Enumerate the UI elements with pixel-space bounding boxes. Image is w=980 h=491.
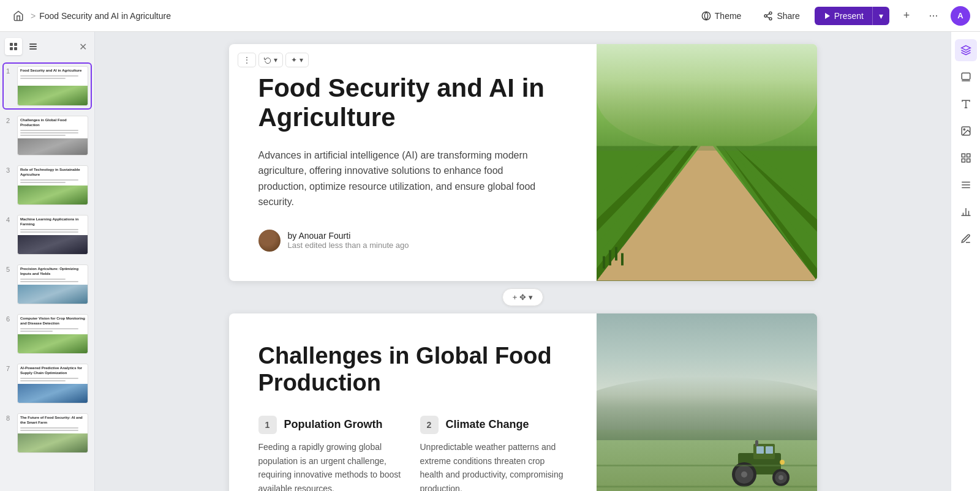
- author-name: by Anouar Fourti: [288, 231, 409, 241]
- challenge-2-desc: Unpredictable weather patterns and extre…: [420, 440, 567, 491]
- pen-panel-button[interactable]: [955, 228, 977, 250]
- slide-number-1: 1: [6, 67, 13, 75]
- slide-thumb-img-8: [18, 433, 88, 452]
- text-panel-button[interactable]: [955, 93, 977, 115]
- slide-number-6: 6: [6, 315, 13, 323]
- home-icon[interactable]: [10, 7, 27, 24]
- theme-label: Theme: [715, 11, 742, 21]
- svg-rect-11: [29, 43, 37, 45]
- share-button[interactable]: Share: [756, 7, 807, 24]
- author-avatar: [258, 230, 281, 252]
- slide-list: 1 Food Security and AI in Agriculture 2 …: [0, 61, 94, 491]
- challenge-1-title: Population Growth: [284, 416, 383, 431]
- slide-thumb-img-6: [18, 334, 88, 353]
- sidebar-slide-4[interactable]: 4 Machine Learning Applications in Farmi…: [4, 212, 91, 257]
- sidebar-slide-3[interactable]: 3 Role of Technology in Sustainable Agri…: [4, 163, 91, 208]
- slide-number-3: 3: [6, 167, 13, 174]
- slide-number-2: 2: [6, 117, 13, 124]
- content-area: ⋮ ▾ ✦ ▾ Food Security and: [95, 32, 951, 491]
- slide-thumb-4: Machine Learning Applications in Farming: [17, 215, 88, 255]
- grid-panel-button[interactable]: [955, 147, 977, 169]
- svg-rect-13: [29, 48, 37, 50]
- slide-1-author: by Anouar Fourti Last edited less than a…: [258, 230, 567, 252]
- challenges-grid: 1 Population Growth Feeding a rapidly gr…: [258, 416, 567, 491]
- slide-thumb-7: AI-Powered Predictive Analytics for Supp…: [17, 364, 88, 403]
- breadcrumb-separator: >: [31, 11, 36, 21]
- svg-rect-57: [967, 159, 970, 162]
- present-dropdown[interactable]: ▾: [872, 7, 889, 25]
- sidebar-slide-5[interactable]: 5 Precision Agriculture: Optimizing Inpu…: [4, 262, 91, 307]
- header-left: > Food Security and AI in Agriculture: [10, 7, 689, 24]
- add-button[interactable]: +: [897, 6, 916, 26]
- add-slide-move-icon: ✥: [519, 293, 526, 302]
- slide-2-title: Challenges in Global Food Production: [258, 343, 567, 396]
- svg-rect-58: [962, 159, 965, 162]
- slide-thumb-img-2: [18, 138, 88, 155]
- slide-number-4: 4: [6, 216, 13, 223]
- author-time: Last edited less than a minute ago: [288, 241, 409, 250]
- stream-panel-button[interactable]: [955, 174, 977, 196]
- slide-thumb-2: Challenges in Global Food Production: [17, 116, 88, 156]
- challenge-1-desc: Feeding a rapidly growing global populat…: [258, 440, 405, 491]
- image-panel-button[interactable]: [955, 120, 977, 142]
- undo-button[interactable]: ▾: [258, 53, 283, 67]
- sidebar-slide-2[interactable]: 2 Challenges in Global Food Production: [4, 113, 91, 158]
- svg-rect-55: [962, 154, 965, 157]
- chart-panel-button[interactable]: [955, 201, 977, 223]
- challenge-2: 2 Climate Change Unpredictable weather p…: [420, 416, 567, 491]
- sidebar-slide-8[interactable]: 8 The Future of Food Security: AI and th…: [4, 411, 91, 455]
- slide-number-5: 5: [6, 266, 13, 273]
- challenge-2-title: Climate Change: [446, 416, 529, 431]
- svg-rect-8: [14, 43, 17, 46]
- svg-rect-49: [962, 73, 970, 80]
- add-slide-button[interactable]: + ✥ ▾: [502, 288, 544, 306]
- sidebar-slide-7[interactable]: 7 AI-Powered Predictive Analytics for Su…: [4, 361, 91, 406]
- sidebar-slide-6[interactable]: 6 Computer Vision for Crop Monitoring an…: [4, 312, 91, 356]
- svg-rect-12: [29, 46, 37, 47]
- slide-thumb-img-3: [18, 186, 88, 204]
- challenge-1: 1 Population Growth Feeding a rapidly gr…: [258, 416, 405, 491]
- slide-2-content: Challenges in Global Food Production 1 P…: [229, 313, 597, 491]
- add-slide-dropdown: ▾: [529, 293, 533, 302]
- svg-marker-48: [961, 46, 970, 51]
- sidebar-close-button[interactable]: ✕: [76, 40, 89, 53]
- svg-point-2: [764, 15, 767, 17]
- dots-menu-button[interactable]: ⋮: [238, 53, 256, 67]
- present-button[interactable]: Present ▾: [815, 7, 889, 25]
- svg-rect-10: [14, 47, 17, 50]
- slide-thumb-6: Computer Vision for Crop Monitoring and …: [17, 314, 88, 354]
- share-label: Share: [777, 11, 799, 21]
- slide-1-title: Food Security and AI in Agriculture: [258, 73, 567, 133]
- avatar[interactable]: A: [951, 6, 970, 26]
- slides-panel-button[interactable]: [955, 66, 977, 88]
- svg-rect-29: [603, 257, 605, 269]
- grid-view-button[interactable]: [5, 38, 22, 55]
- svg-point-54: [963, 129, 965, 130]
- sidebar-slide-1[interactable]: 1 Food Security and AI in Agriculture: [4, 64, 91, 108]
- present-label: Present: [834, 11, 864, 21]
- layers-panel-button[interactable]: [955, 39, 977, 61]
- svg-line-5: [767, 13, 770, 15]
- slide-1-description: Advances in artificial intelligence (AI)…: [258, 148, 552, 210]
- slide-2-image: [597, 313, 817, 491]
- main-area: ✕ 1 Food Security and AI in Agriculture …: [0, 32, 980, 491]
- slide-1-image: [597, 44, 817, 281]
- header-right: Theme Share Present ▾ + ··· A: [694, 6, 970, 26]
- list-view-button[interactable]: [24, 38, 42, 55]
- between-slides-1: + ✥ ▾: [229, 281, 817, 313]
- header: > Food Security and AI in Agriculture Th…: [0, 0, 980, 32]
- ai-button[interactable]: ✦ ▾: [285, 53, 309, 67]
- slide-thumb-img-7: [18, 384, 88, 403]
- more-button[interactable]: ···: [924, 6, 943, 26]
- slide-2-card: Challenges in Global Food Production 1 P…: [229, 313, 817, 491]
- svg-marker-6: [825, 13, 830, 19]
- svg-rect-31: [615, 247, 617, 261]
- theme-button[interactable]: Theme: [694, 7, 749, 24]
- svg-point-3: [769, 17, 772, 20]
- breadcrumb-title[interactable]: Food Security and AI in Agriculture: [39, 11, 171, 21]
- view-toggle: [5, 38, 42, 55]
- svg-rect-9: [10, 47, 13, 50]
- slide-number-7: 7: [6, 365, 13, 372]
- svg-line-4: [767, 17, 770, 18]
- challenge-2-num: 2: [420, 416, 439, 434]
